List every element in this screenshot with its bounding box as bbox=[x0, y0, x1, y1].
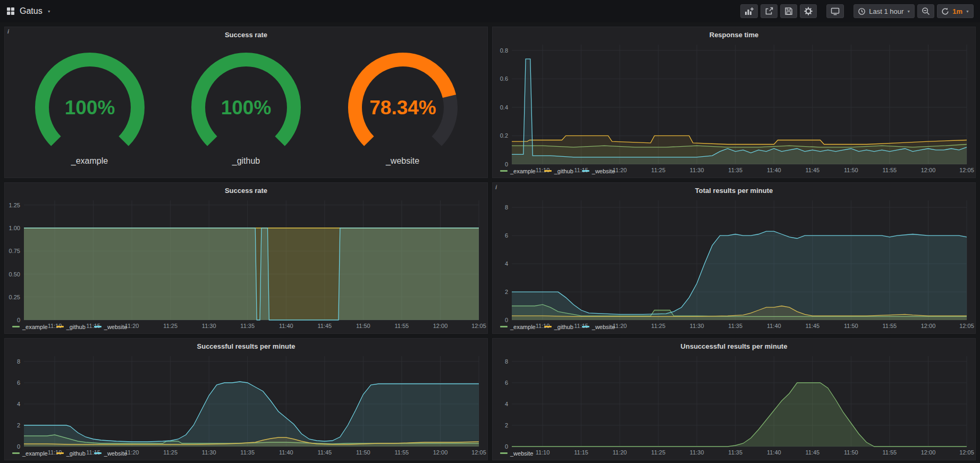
cycle-view-mode-button[interactable] bbox=[826, 4, 844, 18]
zoom-out-button[interactable] bbox=[917, 4, 934, 18]
legend: _example_github_website bbox=[5, 323, 487, 333]
legend-label: _github bbox=[554, 324, 573, 330]
legend-swatch bbox=[94, 326, 102, 327]
legend: _example_github_website bbox=[493, 167, 975, 178]
save-icon bbox=[784, 7, 793, 15]
svg-text:0.25: 0.25 bbox=[9, 294, 20, 300]
time-range-caret-icon: ▼ bbox=[907, 10, 910, 13]
svg-text:0.50: 0.50 bbox=[9, 271, 20, 277]
navbar-right: Last 1 hour ▼ 1m ▼ bbox=[740, 4, 974, 18]
legend-item-_website[interactable]: _website bbox=[500, 450, 533, 457]
legend-label: _website bbox=[592, 168, 615, 174]
svg-text:6: 6 bbox=[17, 380, 20, 386]
dashboards-grid-icon[interactable] bbox=[6, 7, 15, 15]
legend-item-_github[interactable]: _github bbox=[544, 168, 573, 174]
svg-text:0.8: 0.8 bbox=[500, 47, 508, 54]
legend-item-_github[interactable]: _github bbox=[544, 324, 573, 330]
legend-label: _website bbox=[104, 324, 127, 330]
gauge-row: 100%_example100%_github78.34%_website bbox=[5, 40, 487, 178]
panel-info-icon[interactable]: i bbox=[7, 28, 9, 35]
panel-title[interactable]: Successful results per minute bbox=[5, 339, 487, 352]
legend-item-_website[interactable]: _website bbox=[582, 168, 615, 174]
legend-swatch bbox=[56, 452, 64, 454]
panel-title[interactable]: Unsuccessful results per minute bbox=[493, 339, 975, 352]
refresh-icon bbox=[941, 7, 949, 15]
legend-item-_github[interactable]: _github bbox=[56, 324, 86, 330]
unsuccessful-results-chart[interactable]: 11:1011:1511:2011:2511:3011:3511:4011:45… bbox=[493, 352, 975, 449]
success-rate-chart[interactable]: 11:1011:1511:2011:2511:3011:3511:4011:45… bbox=[5, 196, 487, 323]
legend-swatch bbox=[544, 326, 552, 327]
panel-info-icon[interactable]: i bbox=[495, 184, 497, 190]
dashboard-title[interactable]: Gatus bbox=[20, 6, 43, 16]
legend-swatch bbox=[12, 326, 20, 327]
svg-text:0.4: 0.4 bbox=[500, 104, 508, 111]
chart-svg[interactable]: 11:1011:1511:2011:2511:3011:3511:4011:45… bbox=[5, 352, 487, 457]
svg-text:100%: 100% bbox=[221, 97, 272, 119]
share-dashboard-button[interactable] bbox=[761, 4, 778, 18]
panel-title[interactable]: Total results per minute bbox=[493, 183, 975, 196]
svg-text:0.2: 0.2 bbox=[500, 132, 508, 139]
dashboard-settings-button[interactable] bbox=[800, 4, 817, 18]
add-panel-button[interactable] bbox=[740, 4, 758, 18]
response-time-chart[interactable]: 11:1011:1511:2011:2511:3011:3511:4011:45… bbox=[493, 40, 975, 167]
svg-text:8: 8 bbox=[505, 204, 508, 211]
legend-label: _example bbox=[22, 450, 48, 457]
gauge-arc: 100% bbox=[174, 50, 318, 155]
time-range-label: Last 1 hour bbox=[869, 7, 903, 15]
legend-label: _website bbox=[104, 450, 127, 457]
panel-success-rate-timeseries: Success rate 11:1011:1511:2011:2511:3011… bbox=[4, 182, 488, 334]
legend-item-_example[interactable]: _example bbox=[500, 168, 536, 174]
navbar: Gatus ▼ bbox=[0, 0, 980, 22]
svg-text:2: 2 bbox=[505, 289, 508, 295]
legend: _example_github_website bbox=[493, 323, 975, 333]
save-dashboard-button[interactable] bbox=[780, 4, 797, 18]
legend-label: _github bbox=[554, 168, 573, 174]
legend: _example_github_website bbox=[5, 449, 487, 460]
panel-success-rate-gauges: i Success rate 100%_example100%_github78… bbox=[4, 27, 488, 178]
panel-title[interactable]: Success rate bbox=[5, 27, 487, 40]
gauge-label: _example bbox=[71, 156, 108, 166]
chart-svg[interactable]: 11:1011:1511:2011:2511:3011:3511:4011:45… bbox=[493, 40, 975, 175]
panel-response-time: Response time 11:1011:1511:2011:2511:301… bbox=[492, 27, 976, 178]
legend-item-_github[interactable]: _github bbox=[56, 450, 86, 457]
svg-text:6: 6 bbox=[505, 232, 508, 239]
legend-label: _example bbox=[510, 324, 536, 330]
legend-item-_website[interactable]: _website bbox=[582, 324, 615, 330]
successful-results-chart[interactable]: 11:1011:1511:2011:2511:3011:3511:4011:45… bbox=[5, 352, 487, 449]
gauge-arc: 78.34% bbox=[331, 50, 475, 155]
legend-swatch bbox=[500, 326, 508, 327]
refresh-interval-caret-icon: ▼ bbox=[966, 10, 969, 13]
legend-item-_example[interactable]: _example bbox=[12, 450, 48, 457]
panel-title[interactable]: Success rate bbox=[5, 183, 487, 196]
legend-swatch bbox=[582, 326, 589, 327]
chart-svg[interactable]: 11:1011:1511:2011:2511:3011:3511:4011:45… bbox=[5, 196, 487, 331]
total-results-chart[interactable]: 11:1011:1511:2011:2511:3011:3511:4011:45… bbox=[493, 196, 975, 323]
panel-unsuccessful-results: Unsuccessful results per minute 11:1011:… bbox=[492, 338, 976, 460]
gauge-label: _website bbox=[386, 156, 419, 166]
chart-svg[interactable]: 11:1011:1511:2011:2511:3011:3511:4011:45… bbox=[493, 196, 975, 331]
svg-text:4: 4 bbox=[17, 401, 20, 407]
gauge-_example: 100%_example bbox=[18, 50, 162, 166]
legend-item-_example[interactable]: _example bbox=[12, 324, 48, 330]
svg-text:100%: 100% bbox=[64, 97, 115, 119]
legend-item-_website[interactable]: _website bbox=[94, 450, 127, 457]
gear-icon bbox=[804, 7, 813, 15]
panel-total-results: i Total results per minute 11:1011:1511:… bbox=[492, 182, 976, 334]
svg-text:1.00: 1.00 bbox=[9, 225, 20, 231]
refresh-interval-label: 1m bbox=[952, 7, 962, 15]
legend-swatch bbox=[56, 326, 64, 327]
svg-text:2: 2 bbox=[505, 422, 508, 428]
time-range-picker-button[interactable]: Last 1 hour ▼ bbox=[854, 4, 915, 18]
legend-item-_website[interactable]: _website bbox=[94, 324, 127, 330]
legend-label: _website bbox=[510, 450, 533, 457]
share-icon bbox=[765, 7, 773, 15]
legend-swatch bbox=[94, 452, 102, 454]
zoom-out-icon bbox=[922, 7, 930, 15]
panel-title[interactable]: Response time bbox=[493, 27, 975, 40]
dashboard-dropdown-caret-icon[interactable]: ▼ bbox=[47, 10, 51, 13]
chart-svg[interactable]: 11:1011:1511:2011:2511:3011:3511:4011:45… bbox=[493, 352, 975, 457]
refresh-button[interactable]: 1m ▼ bbox=[937, 4, 974, 18]
legend: _website bbox=[493, 449, 975, 460]
gauge-arc: 100% bbox=[18, 50, 162, 155]
legend-item-_example[interactable]: _example bbox=[500, 324, 536, 330]
